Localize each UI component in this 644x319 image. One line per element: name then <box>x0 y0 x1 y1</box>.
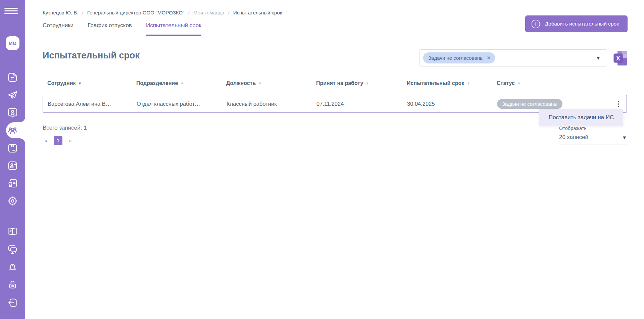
documents-icon[interactable] <box>0 69 25 86</box>
pagination-prev[interactable]: « <box>43 136 49 145</box>
breadcrumb: Кузнецов Ю. В. / Генеральный директор ОО… <box>43 9 282 15</box>
logout-icon[interactable] <box>0 294 25 311</box>
sidebar-item-team-active[interactable] <box>0 122 25 139</box>
app-window: MO <box>0 0 644 319</box>
cell-hired-date: 07.11.2024 <box>316 101 407 107</box>
header-divider <box>25 40 644 40</box>
column-header-department[interactable]: Подразделение ▼ <box>136 80 226 86</box>
main-content: Кузнецов Ю. В. / Генеральный директор ОО… <box>25 0 644 319</box>
column-header-hired[interactable]: Принят на работу ▼ <box>316 80 407 86</box>
table-header: Сотрудник ▼ Подразделение ▼ Должность ▼ … <box>43 76 627 91</box>
breadcrumb-separator: / <box>228 10 230 15</box>
tab-employees[interactable]: Сотрудники <box>43 22 73 36</box>
send-icon[interactable] <box>0 86 25 104</box>
breadcrumb-my-team[interactable]: Моя команда <box>193 10 224 15</box>
hamburger-menu-icon[interactable] <box>4 6 18 15</box>
tab-probation-period[interactable]: Испытательный срок <box>146 22 201 36</box>
page-title: Испытательный срок <box>43 50 140 61</box>
cell-position: Классный работник <box>227 101 316 107</box>
column-header-probation[interactable]: Испытательный срок ▼ <box>407 80 497 86</box>
chip-remove-icon[interactable]: ✕ <box>487 55 491 60</box>
certificate-icon[interactable] <box>0 174 25 192</box>
cell-probation-end: 30.04.2025 <box>407 101 497 107</box>
page-size-dropdown[interactable]: 20 записей ▼ <box>559 134 627 141</box>
page-size-control: Отображать 20 записей ▼ <box>559 126 627 144</box>
page-size-underline <box>559 144 627 144</box>
archive-box-icon[interactable] <box>0 139 25 157</box>
column-header-status[interactable]: Статус ▼ <box>497 80 588 86</box>
status-filter-select[interactable]: Задачи не согласованы ✕ ▼ <box>419 49 607 66</box>
breadcrumb-current: Испытательный срок <box>233 10 282 15</box>
menu-item-set-probation-tasks[interactable]: Поставить задачи на ИС <box>549 114 614 121</box>
breadcrumb-separator: / <box>188 10 190 15</box>
dropdown-caret-icon: ▼ <box>596 55 601 61</box>
sort-icon: ▼ <box>78 81 82 85</box>
sort-icon: ▼ <box>365 81 369 85</box>
pagination-next[interactable]: » <box>67 136 73 145</box>
sort-icon: ▼ <box>517 81 521 85</box>
gear-icon[interactable] <box>0 192 25 210</box>
excel-x-letter: X <box>616 55 620 62</box>
column-header-employee[interactable]: Сотрудник ▼ <box>47 80 136 86</box>
row-actions-kebab-icon[interactable]: ⋮ <box>615 101 627 106</box>
status-badge: Задачи не согласованы <box>497 99 562 109</box>
breadcrumb-user[interactable]: Кузнецов Ю. В. <box>43 10 78 15</box>
cell-department: Отдел классных работ… <box>137 101 227 107</box>
avatar[interactable]: MO <box>6 36 19 50</box>
filter-chip[interactable]: Задачи не согласованы ✕ <box>423 52 495 63</box>
chat-icon[interactable] <box>0 240 25 258</box>
page-size-label: Отображать <box>559 126 627 131</box>
add-probation-button[interactable]: Добавить испытательный срок <box>525 15 628 32</box>
add-user-icon[interactable] <box>0 157 25 174</box>
tab-vacation-schedule[interactable]: График отпусков <box>88 22 132 36</box>
breadcrumb-role[interactable]: Генеральный директор ООО "МОРОЗКО" <box>87 10 185 15</box>
unlock-icon[interactable] <box>0 276 25 293</box>
row-context-menu: Поставить задачи на ИС <box>539 109 623 126</box>
page-size-value: 20 записей <box>559 134 588 141</box>
sort-icon: ▼ <box>258 81 262 85</box>
plus-icon <box>531 19 540 29</box>
pagination: « 1 » <box>43 136 73 145</box>
sidebar: MO <box>0 0 25 319</box>
records-total: Всего записей: 1 <box>43 125 87 131</box>
sort-icon: ▼ <box>180 81 184 85</box>
bell-icon[interactable] <box>0 258 25 276</box>
pagination-page-1[interactable]: 1 <box>54 136 62 145</box>
dropdown-caret-icon: ▼ <box>622 135 627 140</box>
cell-employee: Варсегова Алевтина В… <box>48 101 137 107</box>
export-excel-button[interactable]: X <box>613 50 628 66</box>
filter-chip-label: Задачи не согласованы <box>428 55 484 61</box>
tab-bar: Сотрудники График отпусков Испытательный… <box>43 22 201 36</box>
breadcrumb-separator: / <box>82 10 83 15</box>
open-book-icon[interactable] <box>0 223 25 240</box>
column-header-position[interactable]: Должность ▼ <box>226 80 316 86</box>
add-probation-button-label: Добавить испытательный срок <box>545 21 619 27</box>
sort-icon: ▼ <box>466 81 470 85</box>
